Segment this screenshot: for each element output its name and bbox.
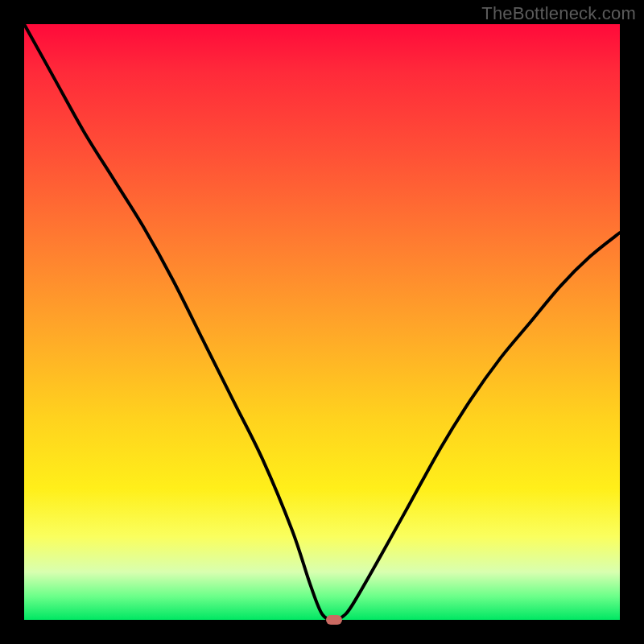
chart-frame: TheBottleneck.com (0, 0, 644, 644)
min-marker (326, 615, 342, 625)
plot-area (24, 24, 620, 620)
curve-path (24, 24, 620, 620)
attribution-text: TheBottleneck.com (481, 3, 636, 24)
bottleneck-curve (24, 24, 620, 620)
